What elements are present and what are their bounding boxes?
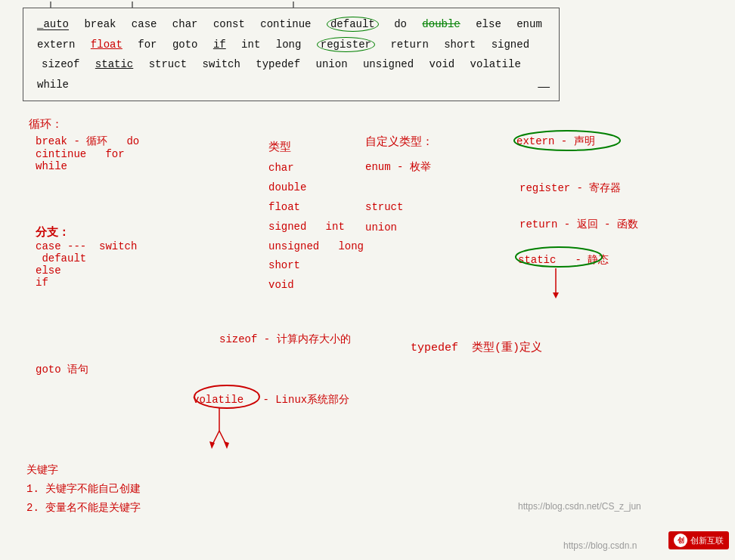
csdn-logo: 创 创新互联 <box>668 531 729 549</box>
watermark-1: https://blog.csdn.net/CS_z_jun <box>518 501 641 512</box>
kw-signed: signed <box>492 39 529 51</box>
kw-sizeof: sizeof <box>42 58 79 70</box>
extern-label: extern - 声明 <box>516 135 595 148</box>
typedef-label: typedef 类型(重)定义 <box>411 340 542 354</box>
footer-rule2: 2. 变量名不能是关键字 <box>26 502 141 514</box>
kw-struct: struct <box>149 58 187 70</box>
kw-continue: continue <box>260 18 311 30</box>
type-items: char double float signed int unsigned lo… <box>268 159 364 295</box>
kw-goto: goto <box>172 39 198 51</box>
loop-title: 循环： <box>29 117 63 131</box>
kw-char: char <box>172 18 198 30</box>
kw-else: else <box>476 18 501 30</box>
custom-type-items: enum - 枚举 struct union <box>365 157 431 237</box>
kw-double: double <box>422 18 460 30</box>
kw-for: for <box>138 39 157 51</box>
watermark-2: https://blog.csdn.n <box>563 540 637 551</box>
kw-typedef: typedef <box>256 58 300 70</box>
kw-const: const <box>213 18 245 30</box>
csdn-logo-text: 创新互联 <box>690 535 724 546</box>
kw-case: case <box>132 18 157 30</box>
custom-type-title: 自定义类型： <box>365 135 433 149</box>
kw-return: return <box>390 39 428 51</box>
goto-label: goto 语句 <box>36 363 88 376</box>
csdn-logo-icon: 创 <box>674 534 687 547</box>
kw-switch: switch <box>202 58 240 70</box>
kw-while: while <box>37 79 69 91</box>
kw-float: float <box>91 39 122 51</box>
kw-short: short <box>444 39 476 51</box>
kw-if: if <box>213 39 226 51</box>
kw-long: long <box>276 39 302 51</box>
kw-union: union <box>316 58 348 70</box>
kw-int: int <box>241 39 260 51</box>
svg-marker-15 <box>553 292 559 299</box>
return-label: return - 返回 - 函数 <box>519 218 638 231</box>
static-label: static - 静态 <box>518 253 609 267</box>
kw-void: void <box>430 58 455 70</box>
kw-break: break <box>84 18 116 30</box>
svg-line-8 <box>212 431 219 446</box>
footer-text: 关键字 1. 关键字不能自己创建 2. 变量名不能是关键字 <box>26 461 141 518</box>
kw-static: static <box>95 58 133 70</box>
svg-line-10 <box>219 431 227 446</box>
branch-items: case --- switch default else if <box>36 240 137 289</box>
volatile-label: volatile - Linux系统部分 <box>193 393 349 407</box>
branch-title: 分支： <box>36 225 70 240</box>
kw-extern: extern <box>37 39 75 51</box>
footer-rule1: 1. 关键字不能自己创建 <box>26 483 141 495</box>
svg-marker-9 <box>209 441 215 449</box>
register-label: register - 寄存器 <box>519 181 621 195</box>
kw-volatile: volatile <box>470 58 521 70</box>
kw-unsigned: unsigned <box>363 58 414 70</box>
type-title: 类型 <box>268 140 291 154</box>
loop-items: break - 循环 docintinue forwhile <box>36 135 139 172</box>
svg-marker-11 <box>224 441 229 449</box>
static-arrow-svg <box>548 268 563 299</box>
kw-do: do <box>394 18 407 30</box>
kw-enum: enum <box>516 18 542 30</box>
kw-register: register <box>317 37 375 52</box>
volatile-arrow-svg <box>208 408 231 450</box>
kw-auto: _auto <box>37 18 69 30</box>
footer-title: 关键字 <box>26 464 58 476</box>
sizeof-label: sizeof - 计算内存大小的 <box>219 333 351 346</box>
kw-default: default <box>327 17 379 32</box>
keyword-box: _auto break case char const continue def… <box>23 8 560 101</box>
